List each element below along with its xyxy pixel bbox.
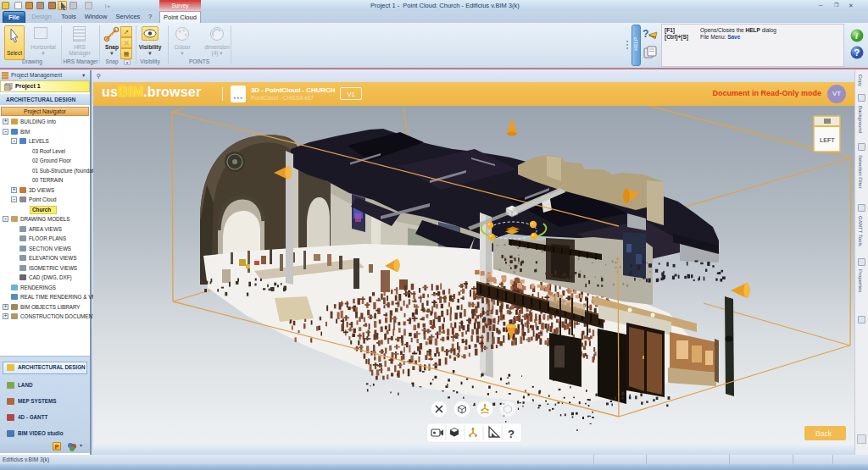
svg-text:?: ?: [508, 428, 515, 440]
svg-text:?: ?: [854, 47, 860, 58]
svg-text:Back: Back: [815, 429, 832, 438]
svg-text:?: ?: [643, 28, 648, 40]
svg-text:LEFT: LEFT: [820, 137, 835, 143]
